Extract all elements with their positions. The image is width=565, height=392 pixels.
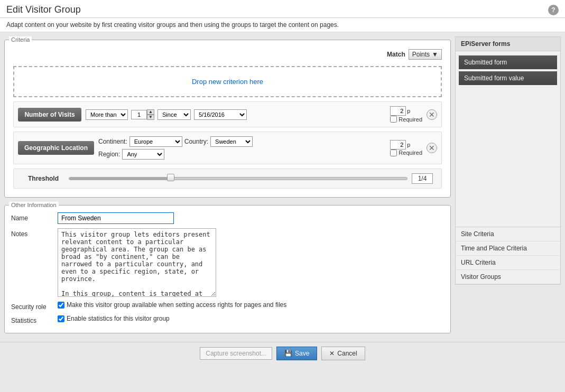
criterion1-spin-up[interactable]: ▲ xyxy=(147,109,154,115)
criterion1-number-input[interactable] xyxy=(131,110,147,119)
right-sidebar: EPiServer forms Submitted form Submitted… xyxy=(455,36,561,285)
statistics-checkbox[interactable] xyxy=(58,315,64,322)
criterion1-required-checkbox[interactable] xyxy=(390,116,397,123)
criterion2-label: Geographic Location xyxy=(18,141,94,155)
criterion1-spinners: ▲ ▼ xyxy=(147,109,154,120)
criterion1-points-required: p Required xyxy=(390,106,422,123)
episerver-forms-title: EPiServer forms xyxy=(456,37,560,51)
save-label: Save xyxy=(295,350,309,357)
threshold-value: 1/4 xyxy=(412,173,433,184)
submitted-form-btn[interactable]: Submitted form xyxy=(459,55,557,69)
threshold-row: Threshold 1/4 xyxy=(13,169,442,189)
criterion2-points-input[interactable] xyxy=(390,140,406,150)
match-row: Match Points ▼ xyxy=(9,47,446,62)
other-info-section: Name Notes This visitor group lets edito… xyxy=(5,208,450,333)
criterion2-points-label: p xyxy=(407,142,410,148)
visitor-groups-link[interactable]: Visitor Groups xyxy=(456,270,560,284)
cancel-button[interactable]: ✕ Cancel xyxy=(321,347,365,360)
criterion1-points-input[interactable] xyxy=(390,106,406,116)
page-wrapper: Edit Visitor Group ? Adapt content on yo… xyxy=(0,0,565,392)
other-info-fieldset: Other Information Name Notes This visito… xyxy=(4,202,451,333)
criterion2-continent-row: Continent: Europe America Asia Country: … xyxy=(98,136,386,147)
region-label: Region: xyxy=(98,151,120,158)
criterion1-date-input-select[interactable]: 5/16/2016 xyxy=(194,109,247,120)
statistics-check-group: Enable statistics for this visitor group xyxy=(58,315,170,322)
criterion2-required-checkbox[interactable] xyxy=(390,150,397,156)
criterion2-required-label: Required xyxy=(399,150,422,156)
time-place-link[interactable]: Time and Place Criteria xyxy=(456,241,560,256)
match-select[interactable]: Points ▼ xyxy=(409,49,442,60)
cancel-icon: ✕ xyxy=(329,350,335,357)
save-icon: 💾 xyxy=(284,350,292,357)
threshold-track[interactable] xyxy=(69,177,407,180)
criteria-section: Match Points ▼ Drop new criterion here N… xyxy=(5,43,450,197)
main-layout: Criteria Match Points ▼ Drop new criteri… xyxy=(0,32,565,342)
criterion1-number-group: ▲ ▼ xyxy=(131,109,154,120)
statistics-row: Statistics Enable statistics for this vi… xyxy=(11,315,444,324)
left-panel: Criteria Match Points ▼ Drop new criteri… xyxy=(4,36,451,338)
criterion2-remove-btn[interactable]: ✕ xyxy=(427,143,437,153)
continent-label: Continent: xyxy=(98,138,127,145)
criterion1-remove-btn[interactable]: ✕ xyxy=(427,109,437,120)
security-role-row: Security role Make this visitor group av… xyxy=(11,301,444,311)
criterion2-country-select[interactable]: Sweden Norway Denmark xyxy=(210,136,253,147)
criteria-fieldset: Criteria Match Points ▼ Drop new criteri… xyxy=(4,36,451,198)
match-label: Match xyxy=(387,51,405,58)
save-button[interactable]: 💾 Save xyxy=(276,347,317,360)
statistics-label: Statistics xyxy=(11,315,53,324)
criterion1-required-check: Required xyxy=(390,116,422,123)
criterion1-controls: More than Less than Equal to ▲ ▼ xyxy=(86,109,386,120)
sidebar-spacer xyxy=(456,89,560,227)
criterion2-region-select[interactable]: Any xyxy=(122,149,164,160)
criterion2-required-check: Required xyxy=(390,150,422,156)
name-label: Name xyxy=(11,212,53,222)
criterion1-required-label: Required xyxy=(399,116,422,123)
page-title: Edit Visitor Group xyxy=(6,4,81,15)
threshold-fill xyxy=(69,178,171,180)
security-role-check-group: Make this visitor group available when s… xyxy=(58,301,286,309)
criterion1-spin-down[interactable]: ▼ xyxy=(147,115,154,120)
criterion1-label: Number of Visits xyxy=(18,108,81,122)
page-header: Edit Visitor Group ? xyxy=(0,0,565,18)
notes-row: Notes This visitor group lets editors pr… xyxy=(11,228,444,297)
drop-zone: Drop new criterion here xyxy=(13,66,442,97)
security-role-checkbox[interactable] xyxy=(58,302,64,309)
name-row: Name xyxy=(11,212,444,224)
criterion2-region-row: Region: Any xyxy=(98,149,386,160)
site-criteria-link[interactable]: Site Criteria xyxy=(456,227,560,241)
country-label: Country: xyxy=(184,138,208,145)
threshold-label: Threshold xyxy=(22,175,64,182)
help-icon[interactable]: ? xyxy=(548,5,559,15)
security-role-label: Security role xyxy=(11,301,53,311)
criteria-legend: Criteria xyxy=(9,36,32,43)
page-description: Adapt content on your website by first c… xyxy=(0,18,565,32)
match-value: Points xyxy=(412,51,430,58)
notes-label: Notes xyxy=(11,228,53,238)
criterion1-date-select[interactable]: Since Before After xyxy=(158,109,191,120)
right-panel: EPiServer forms Submitted form Submitted… xyxy=(455,36,561,338)
name-input[interactable] xyxy=(58,212,174,224)
drop-zone-text: Drop new criterion here xyxy=(192,78,263,86)
sidebar-forms-buttons: Submitted form Submitted form value xyxy=(456,51,560,89)
footer: Capture screenshot... 💾 Save ✕ Cancel xyxy=(0,342,565,365)
criterion2-continent-select[interactable]: Europe America Asia xyxy=(129,136,182,147)
criterion2-controls: Continent: Europe America Asia Country: … xyxy=(98,136,386,160)
criterion-number-of-visits: Number of Visits More than Less than Equ… xyxy=(13,101,442,127)
statistics-check-label: Enable statistics for this visitor group xyxy=(67,315,170,322)
criterion2-points-required: p Required xyxy=(390,140,422,156)
security-role-check-label: Make this visitor group available when s… xyxy=(67,301,286,309)
match-dropdown-icon: ▼ xyxy=(432,51,438,58)
other-info-legend: Other Information xyxy=(9,202,59,208)
cancel-label: Cancel xyxy=(337,350,357,357)
notes-textarea[interactable]: This visitor group lets editors present … xyxy=(58,228,216,297)
capture-label: Capture screenshot... xyxy=(200,347,272,360)
submitted-form-value-btn[interactable]: Submitted form value xyxy=(459,71,557,85)
criterion1-condition-select[interactable]: More than Less than Equal to xyxy=(86,109,128,120)
criterion-geographic-location: Geographic Location Continent: Europe Am… xyxy=(13,132,442,164)
criterion1-points-label: p xyxy=(407,108,410,114)
threshold-handle[interactable] xyxy=(167,174,174,181)
sidebar-links: Site Criteria Time and Place Criteria UR… xyxy=(456,227,560,284)
url-criteria-link[interactable]: URL Criteria xyxy=(456,256,560,270)
